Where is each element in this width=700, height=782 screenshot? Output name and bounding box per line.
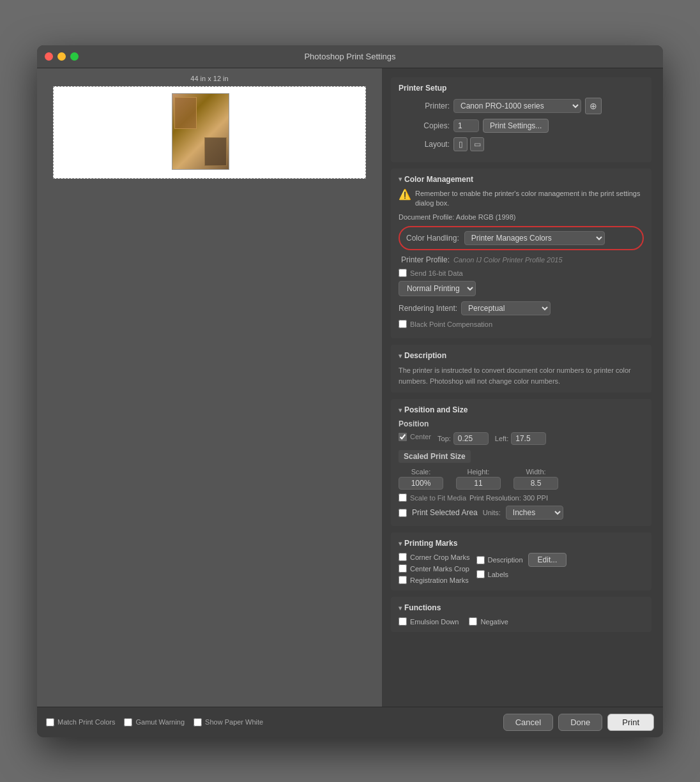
printer-setup-header: Printer Setup xyxy=(399,84,644,93)
normal-printing-row: Normal Printing Hard Proofing xyxy=(399,281,644,296)
description-marks-row: Description xyxy=(476,556,523,564)
minimize-button[interactable] xyxy=(57,52,66,61)
center-crop-label: Center Marks Crop xyxy=(410,565,469,573)
image-detail-bottom xyxy=(204,137,227,166)
black-point-checkbox[interactable] xyxy=(399,320,407,328)
printer-profile-label: Printer Profile: xyxy=(399,255,450,264)
center-label: Center xyxy=(410,433,431,440)
color-management-header: ▾ Color Management xyxy=(399,175,644,184)
printer-select[interactable]: Canon PRO-1000 series xyxy=(453,99,581,113)
image-detail-top xyxy=(174,97,197,129)
height-input[interactable] xyxy=(456,477,501,490)
description-marks-label: Description xyxy=(488,556,523,564)
units-select[interactable]: Inches Centimeters Millimeters Points xyxy=(506,506,563,520)
close-button[interactable] xyxy=(45,52,53,61)
scaled-print-size-label: Scaled Print Size xyxy=(399,450,471,463)
show-paper-white-checkbox[interactable] xyxy=(194,718,202,726)
center-crop-checkbox[interactable] xyxy=(399,564,407,573)
marks-right-col: Description Edit... Labels xyxy=(476,553,567,578)
negative-row: Negative xyxy=(469,617,508,626)
center-checkbox[interactable] xyxy=(399,433,407,441)
maximize-button[interactable] xyxy=(70,52,79,61)
units-label: Units: xyxy=(483,509,501,516)
black-point-row: Black Point Compensation xyxy=(399,320,644,328)
color-management-section: ▾ Color Management ⚠️ Remember to enable… xyxy=(391,169,651,339)
description-label: Description xyxy=(404,351,446,360)
gamut-warning-item: Gamut Warning xyxy=(124,718,185,726)
printer-setup-section: Printer Setup Printer: Canon PRO-1000 se… xyxy=(391,77,651,162)
preview-panel: 44 in x 12 in xyxy=(37,68,382,707)
width-input[interactable] xyxy=(514,477,558,490)
settings-panel: Printer Setup Printer: Canon PRO-1000 se… xyxy=(382,68,663,707)
print-resolution-text: Print Resolution: 300 PPI xyxy=(469,494,548,502)
printer-field-label: Printer: xyxy=(399,102,450,110)
done-button[interactable]: Done xyxy=(558,714,602,731)
print-selected-row: Print Selected Area Units: Inches Centim… xyxy=(399,506,644,520)
color-handling-select[interactable]: Printer Manages Colors Photoshop Manages… xyxy=(464,231,605,245)
height-col: Height: xyxy=(456,468,501,490)
window-title: Photoshop Print Settings xyxy=(304,52,395,61)
description-header: ▾ Description xyxy=(399,351,644,360)
scale-row: Scale: Height: Width: xyxy=(399,468,644,490)
edit-button[interactable]: Edit... xyxy=(528,553,567,567)
print-selected-checkbox[interactable] xyxy=(399,509,407,517)
copies-input[interactable]: 1 xyxy=(453,119,479,132)
registration-checkbox[interactable] xyxy=(399,576,407,584)
position-size-label: Position and Size xyxy=(404,405,468,414)
printing-marks-header: ▾ Printing Marks xyxy=(399,539,644,548)
functions-row: Emulsion Down Negative xyxy=(399,617,644,626)
scale-input[interactable] xyxy=(399,477,443,490)
registration-row: Registration Marks xyxy=(399,576,470,584)
width-col: Width: xyxy=(514,468,558,490)
negative-checkbox[interactable] xyxy=(469,617,477,626)
labels-checkbox[interactable] xyxy=(476,570,485,578)
print-button[interactable]: Print xyxy=(607,714,654,731)
scale-label: Scale: xyxy=(411,468,431,476)
scale-to-fit-label: Scale to Fit Media xyxy=(410,494,466,502)
gamut-warning-checkbox[interactable] xyxy=(124,718,132,726)
match-print-colors-checkbox[interactable] xyxy=(46,718,54,726)
bottom-bar: Match Print Colors Gamut Warning Show Pa… xyxy=(37,707,663,737)
gamut-warning-label: Gamut Warning xyxy=(135,718,185,726)
description-text: The printer is instructed to convert doc… xyxy=(399,365,644,386)
scale-col: Scale: xyxy=(399,468,443,490)
image-thumb-inner xyxy=(172,94,229,169)
rendering-intent-row: Rendering Intent: Perceptual Saturation … xyxy=(399,301,644,315)
copies-field-label: Copies: xyxy=(399,121,450,130)
scale-to-fit-checkbox[interactable] xyxy=(399,493,407,502)
position-and-size-section: ▾ Position and Size Position Center Top: xyxy=(391,399,651,526)
color-handling-label: Color Handling: xyxy=(406,234,459,243)
left-input[interactable] xyxy=(511,432,546,445)
titlebar: Photoshop Print Settings xyxy=(37,45,663,68)
printer-profile-row: Printer Profile: Canon IJ Color Printer … xyxy=(399,255,644,264)
scale-to-fit-row: Scale to Fit Media Print Resolution: 300… xyxy=(399,493,644,502)
corner-crop-checkbox[interactable] xyxy=(399,553,407,561)
portrait-layout-button[interactable]: ▯ xyxy=(453,137,468,151)
labels-row: Labels xyxy=(476,570,567,578)
emulsion-down-checkbox[interactable] xyxy=(399,617,407,626)
warning-icon: ⚠️ xyxy=(399,188,411,200)
landscape-layout-button[interactable]: ▭ xyxy=(470,137,484,151)
description-marks-checkbox[interactable] xyxy=(476,556,485,564)
printer-profile-value: Canon IJ Color Printer Profile 2015 xyxy=(453,256,563,264)
add-printer-button[interactable]: ⊕ xyxy=(585,98,602,114)
height-label: Height: xyxy=(468,468,490,476)
match-print-colors-item: Match Print Colors xyxy=(46,718,115,726)
top-field-group: Top: xyxy=(438,432,489,445)
printer-row: Printer: Canon PRO-1000 series ⊕ xyxy=(399,98,644,114)
description-section: ▾ Description The printer is instructed … xyxy=(391,345,651,393)
document-profile: Document Profile: Adobe RGB (1998) xyxy=(399,213,644,221)
cancel-button[interactable]: Cancel xyxy=(503,714,553,731)
normal-printing-select[interactable]: Normal Printing Hard Proofing xyxy=(399,281,476,296)
print-settings-button[interactable]: Print Settings... xyxy=(483,119,549,133)
layout-field-label: Layout: xyxy=(399,140,450,149)
top-input[interactable] xyxy=(453,432,489,445)
warning-text: Remember to enable the printer's color m… xyxy=(415,189,644,209)
corner-crop-label: Corner Crop Marks xyxy=(410,553,470,561)
send-16bit-checkbox[interactable] xyxy=(399,269,407,277)
top-label: Top: xyxy=(438,435,451,442)
match-print-colors-label: Match Print Colors xyxy=(57,718,115,726)
rendering-intent-select[interactable]: Perceptual Saturation Relative Colorimet… xyxy=(461,301,551,315)
description-edit-row: Description Edit... xyxy=(476,553,567,567)
functions-section: ▾ Functions Emulsion Down Negative xyxy=(391,597,651,632)
